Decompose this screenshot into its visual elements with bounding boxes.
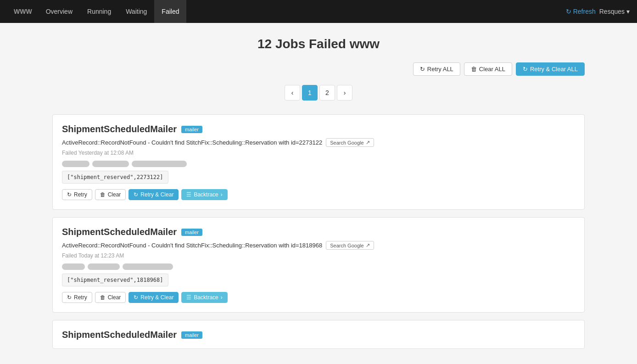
job-error: ActiveRecord::RecordNotFound - Couldn't … bbox=[62, 241, 575, 250]
job-meta: Failed Yesterday at 12:08 AM bbox=[62, 150, 575, 156]
retry-all-label: Retry ALL bbox=[427, 66, 453, 73]
nav-brand[interactable]: WWW bbox=[7, 8, 39, 15]
retry-clear-label: Retry & Clear bbox=[140, 191, 173, 198]
prev-page-button[interactable]: ‹ bbox=[285, 85, 300, 101]
job-args-blur bbox=[62, 263, 575, 270]
page-1-label: 1 bbox=[308, 89, 312, 96]
job-args-code: ["shipment_reserved",1818968] bbox=[62, 274, 168, 286]
retry-all-button[interactable]: ↻ Retry ALL bbox=[413, 62, 460, 76]
retry-button[interactable]: ↻ Retry bbox=[62, 189, 92, 200]
job-card-header: ShipmentScheduledMailer mailer bbox=[62, 227, 575, 237]
queue-name: www bbox=[350, 37, 380, 51]
retry-clear-button[interactable]: ↻ Retry & Clear bbox=[129, 189, 179, 200]
job-error-text: ActiveRecord::RecordNotFound - Couldn't … bbox=[62, 139, 322, 146]
pagination: ‹ 1 2 › bbox=[52, 85, 585, 101]
trash-icon: 🗑 bbox=[100, 191, 106, 198]
job-card-header: ShipmentScheduledMailer mailer bbox=[62, 330, 575, 340]
refresh-label: Refresh bbox=[573, 8, 596, 15]
retry-button[interactable]: ↻ Retry bbox=[62, 292, 92, 303]
page-header: 12 Jobs Failed www bbox=[52, 37, 585, 51]
backtrace-button[interactable]: ☰ Backtrace › bbox=[181, 189, 227, 200]
retry-clear-all-button[interactable]: ↻ Retry & Clear ALL bbox=[516, 62, 585, 76]
page-title: 12 Jobs Failed www bbox=[52, 37, 585, 51]
backtrace-label: Backtrace bbox=[194, 191, 218, 198]
nav-item-running[interactable]: Running bbox=[80, 0, 118, 23]
chevron-right-icon: › bbox=[221, 294, 223, 301]
nav-resques[interactable]: Resques ▾ bbox=[599, 8, 630, 15]
trash-icon: 🗑 bbox=[100, 294, 106, 301]
job-name: ShipmentScheduledMailer bbox=[62, 227, 177, 237]
resques-label: Resques bbox=[599, 8, 625, 15]
prev-icon: ‹ bbox=[291, 89, 294, 96]
clear-label: Clear bbox=[108, 294, 121, 301]
retry-label: Retry bbox=[74, 191, 87, 198]
actions-bar: ↻ Retry ALL 🗑 Clear ALL ↻ Retry & Clear … bbox=[52, 62, 585, 76]
retry-clear-all-label: Retry & Clear ALL bbox=[530, 66, 578, 73]
job-meta: Failed Today at 12:23 AM bbox=[62, 252, 575, 259]
job-failed-time: Failed Yesterday at 12:08 AM bbox=[62, 150, 134, 156]
main-content: 12 Jobs Failed www ↻ Retry ALL 🗑 Clear A… bbox=[43, 23, 594, 364]
refresh-icon: ↻ bbox=[566, 8, 571, 15]
job-args-blur bbox=[62, 161, 575, 167]
job-failed-time: Failed Today at 12:23 AM bbox=[62, 252, 124, 259]
retry-all-icon: ↻ bbox=[420, 66, 425, 73]
job-card-header: ShipmentScheduledMailer mailer bbox=[62, 124, 575, 134]
job-name: ShipmentScheduledMailer bbox=[62, 330, 177, 340]
clear-all-button[interactable]: 🗑 Clear ALL bbox=[464, 62, 512, 76]
blur-pill bbox=[92, 161, 129, 167]
external-link-icon: ↗ bbox=[366, 140, 370, 146]
page-1-button[interactable]: 1 bbox=[302, 85, 318, 101]
next-icon: › bbox=[344, 89, 346, 96]
job-queue-badge: mailer bbox=[181, 229, 202, 236]
job-name: ShipmentScheduledMailer bbox=[62, 124, 177, 134]
retry-icon: ↻ bbox=[67, 191, 72, 198]
clear-label: Clear bbox=[108, 191, 121, 198]
clear-all-icon: 🗑 bbox=[471, 66, 477, 73]
backtrace-label: Backtrace bbox=[194, 294, 218, 301]
backtrace-button[interactable]: ☰ Backtrace › bbox=[181, 292, 227, 303]
retry-icon: ↻ bbox=[67, 294, 72, 301]
clear-button[interactable]: 🗑 Clear bbox=[95, 189, 126, 200]
search-google-button[interactable]: Search Google ↗ bbox=[326, 138, 374, 147]
job-queue-badge: mailer bbox=[181, 126, 202, 133]
job-actions: ↻ Retry 🗑 Clear ↻ Retry & Clear ☰ Backtr… bbox=[62, 292, 575, 303]
job-card: ShipmentScheduledMailer mailer ActiveRec… bbox=[52, 217, 585, 313]
jobs-failed-count: 12 Jobs Failed bbox=[257, 37, 346, 51]
clear-button[interactable]: 🗑 Clear bbox=[95, 292, 126, 303]
external-link-icon: ↗ bbox=[366, 242, 370, 248]
navbar: WWW Overview Running Waiting Failed ↻ Re… bbox=[0, 0, 637, 23]
job-error: ActiveRecord::RecordNotFound - Couldn't … bbox=[62, 138, 575, 147]
blur-pill bbox=[88, 263, 120, 270]
blur-pill bbox=[132, 161, 187, 167]
search-google-label: Search Google bbox=[330, 140, 363, 146]
job-list: ShipmentScheduledMailer mailer ActiveRec… bbox=[52, 114, 585, 349]
retry-label: Retry bbox=[74, 294, 87, 301]
search-google-label: Search Google bbox=[330, 243, 363, 248]
search-google-button[interactable]: Search Google ↗ bbox=[326, 241, 374, 250]
list-icon: ☰ bbox=[186, 294, 191, 301]
page-2-label: 2 bbox=[325, 89, 329, 96]
job-args-code: ["shipment_reserved",2273122] bbox=[62, 171, 168, 184]
retry-clear-button[interactable]: ↻ Retry & Clear bbox=[129, 292, 179, 303]
chevron-right-icon: › bbox=[221, 191, 223, 198]
nav-refresh[interactable]: ↻ Refresh bbox=[566, 8, 596, 15]
job-card: ShipmentScheduledMailer mailer bbox=[52, 320, 585, 349]
nav-item-waiting[interactable]: Waiting bbox=[118, 0, 154, 23]
job-queue-badge: mailer bbox=[181, 331, 202, 339]
job-card: ShipmentScheduledMailer mailer ActiveRec… bbox=[52, 114, 585, 210]
retry-clear-icon: ↻ bbox=[134, 191, 138, 198]
clear-all-label: Clear ALL bbox=[479, 66, 505, 73]
blur-pill bbox=[123, 263, 173, 270]
chevron-down-icon: ▾ bbox=[626, 8, 630, 15]
retry-clear-icon: ↻ bbox=[134, 294, 138, 301]
page-2-button[interactable]: 2 bbox=[319, 85, 335, 101]
blur-pill bbox=[62, 263, 85, 270]
nav-item-overview[interactable]: Overview bbox=[39, 0, 80, 23]
job-actions: ↻ Retry 🗑 Clear ↻ Retry & Clear ☰ Backtr… bbox=[62, 189, 575, 200]
next-page-button[interactable]: › bbox=[337, 85, 352, 101]
retry-clear-all-icon: ↻ bbox=[523, 66, 528, 73]
blur-pill bbox=[62, 161, 89, 167]
retry-clear-label: Retry & Clear bbox=[140, 294, 173, 301]
list-icon: ☰ bbox=[186, 191, 191, 198]
nav-item-failed[interactable]: Failed bbox=[154, 0, 186, 23]
